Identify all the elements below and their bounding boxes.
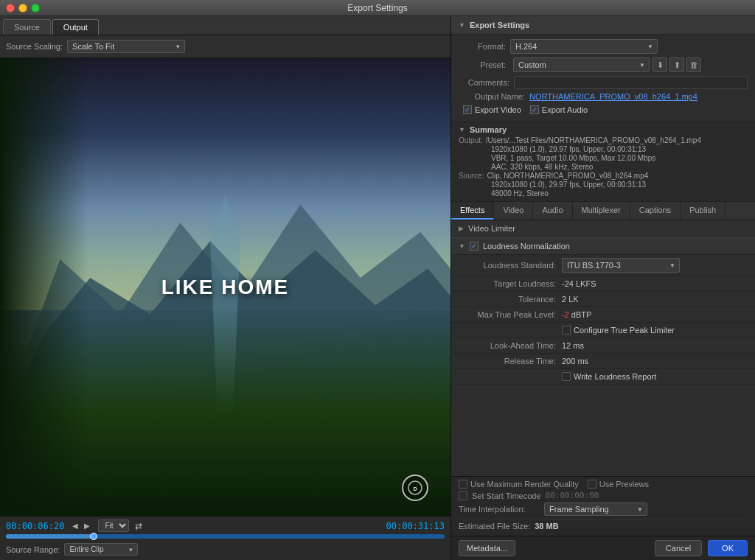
minimize-button[interactable] [18, 4, 27, 13]
format-select[interactable]: H.264 [510, 39, 658, 54]
target-loudness-value: -24 LKFS [562, 279, 596, 288]
summary-toggle[interactable]: ▼ [459, 126, 465, 133]
source-scaling-row: Source Scaling: Scale To Fit [0, 35, 450, 58]
max-peak-value: -2 [562, 310, 569, 319]
next-frame-button[interactable]: ▶ [82, 521, 92, 531]
output-name-row: Output Name: NORTHAMERICA_PROMO_v08_h264… [459, 92, 748, 101]
export-settings-title: Export Settings [470, 21, 529, 29]
close-button[interactable] [6, 4, 15, 13]
loudness-standard-select[interactable]: ITU BS.1770-3 [562, 258, 680, 273]
delete-preset-button[interactable]: 🗑 [686, 57, 701, 72]
maximize-button[interactable] [31, 4, 40, 13]
video-preview: LIKE HOME D [0, 58, 450, 516]
look-ahead-row: Look-Ahead Time: 12 ms [451, 338, 755, 354]
title-bar: Export Settings [0, 0, 755, 16]
output-name-label: Output Name: [463, 92, 529, 101]
tab-source[interactable]: Source [3, 19, 51, 35]
max-render-checkbox[interactable] [459, 480, 467, 489]
cancel-button[interactable]: Cancel [655, 540, 702, 556]
output-name-link[interactable]: NORTHAMERICA_PROMO_v08_h264_1.mp4 [529, 92, 697, 101]
use-previews-label: Use Previews [599, 480, 649, 489]
save-preset-button[interactable]: ⬇ [653, 57, 667, 72]
video-limiter-header[interactable]: ▶ Video Limiter [451, 220, 755, 237]
tab-audio[interactable]: Audio [533, 202, 572, 220]
summary-source-detail1-val: 1920x1080 (1.0), 29.97 fps, Upper, 00:00… [459, 181, 646, 189]
loudness-title: Loudness Normalization [483, 242, 570, 251]
comments-input[interactable] [514, 76, 748, 89]
video-limiter-toggle[interactable]: ▶ [459, 225, 464, 232]
export-audio-check[interactable]: ✓ Export Audio [530, 105, 588, 114]
fit-select-wrapper[interactable]: Fit [98, 519, 129, 532]
export-preset-button[interactable]: ⬆ [669, 57, 684, 72]
effects-content: ▶ Video Limiter ▼ ✓ Loudness Normalizati… [451, 220, 755, 476]
loudness-header[interactable]: ▼ ✓ Loudness Normalization [451, 237, 755, 255]
configure-peak-checkbox[interactable] [562, 326, 571, 335]
max-peak-row: Max True Peak Level: -2 dBTP [451, 307, 755, 323]
release-time-value: 200 ms [562, 357, 588, 365]
tolerance-label: Tolerance: [459, 295, 562, 304]
scaling-select-wrapper[interactable]: Scale To Fit [67, 40, 185, 53]
tree-left [0, 58, 88, 516]
summary-output-detail2-val: VBR, 1 pass, Target 10.00 Mbps, Max 12.0… [459, 154, 655, 162]
prev-frame-button[interactable]: ◀ [70, 521, 80, 531]
start-timecode-value: 00:00:00:00 [546, 491, 599, 500]
export-audio-checkbox[interactable]: ✓ [530, 105, 539, 114]
tab-multiplexer[interactable]: Multiplexer [573, 202, 630, 220]
write-report-checkbox[interactable] [562, 372, 571, 381]
comments-row: Comments: [459, 76, 748, 89]
loudness-checkbox[interactable]: ✓ [470, 242, 479, 251]
max-render-check-item[interactable]: Use Maximum Render Quality [459, 480, 579, 489]
export-video-label: Export Video [475, 105, 521, 114]
preset-select[interactable]: Custom [513, 57, 650, 72]
export-video-checkbox[interactable]: ✓ [463, 105, 472, 114]
left-panel: Source Output Source Scaling: Scale To F… [0, 16, 451, 560]
summary-source-row: Source: Clip, NORTHAMERICA_PROMO_v08_h26… [459, 172, 748, 180]
configure-peak-check-wrap[interactable]: Configure True Peak Limiter [562, 326, 675, 335]
source-range-select[interactable]: Entire Clip [64, 543, 138, 556]
write-report-check-wrap[interactable]: Write Loudness Report [562, 372, 656, 381]
tab-effects[interactable]: Effects [451, 202, 494, 220]
window-controls[interactable] [6, 4, 40, 13]
export-settings-header: ▼ Export Settings [451, 16, 755, 35]
tab-captions[interactable]: Captions [630, 202, 681, 220]
format-row: Format: H.264 [459, 39, 748, 54]
source-range-label: Source Range: [6, 545, 60, 554]
format-select-wrapper[interactable]: H.264 [510, 39, 658, 54]
loudness-standard-select-wrapper[interactable]: ITU BS.1770-3 [562, 258, 680, 273]
comments-label: Comments: [459, 78, 514, 87]
start-timecode-row: Set Start Timecode 00:00:00:00 [459, 491, 748, 500]
interpolation-select-wrapper[interactable]: Frame Sampling [544, 503, 647, 516]
loudness-standard-row: Loudness Standard: ITU BS.1770-3 [451, 255, 755, 276]
timeline-thumb[interactable] [90, 533, 97, 540]
video-overlay-text: LIKE HOME [161, 276, 290, 299]
export-video-check[interactable]: ✓ Export Video [463, 105, 521, 114]
left-tabs: Source Output [0, 16, 450, 35]
right-panel: ▼ Export Settings Format: H.264 Preset: … [451, 16, 755, 560]
preset-select-wrapper[interactable]: Custom [513, 57, 650, 72]
tab-output[interactable]: Output [52, 19, 99, 35]
export-checks-row: ✓ Export Video ✓ Export Audio [459, 104, 748, 116]
format-label: Format: [459, 42, 510, 51]
use-previews-checkbox[interactable] [588, 480, 596, 489]
scaling-select[interactable]: Scale To Fit [67, 40, 185, 53]
use-previews-check-item[interactable]: Use Previews [588, 480, 649, 489]
summary-title: Summary [470, 125, 507, 134]
timeline-scrubber[interactable] [6, 534, 445, 539]
playback-arrows[interactable]: ◀ ▶ [70, 521, 92, 531]
tab-publish[interactable]: Publish [681, 202, 726, 220]
metadata-button[interactable]: Metadata... [459, 540, 515, 556]
export-settings-toggle[interactable]: ▼ [459, 21, 465, 29]
current-timecode: 00:00:06:20 [6, 521, 64, 531]
start-timecode-checkbox[interactable] [459, 491, 467, 500]
preset-row: Preset: Custom ⬇ ⬆ 🗑 [459, 57, 748, 72]
loudness-toggle[interactable]: ▼ [459, 242, 465, 250]
source-scaling-label: Source Scaling: [6, 42, 63, 51]
ok-button[interactable]: OK [708, 540, 748, 556]
fit-select[interactable]: Fit [98, 519, 129, 532]
interpolation-select[interactable]: Frame Sampling [544, 503, 647, 516]
loop-icon[interactable]: ⇄ [135, 521, 142, 531]
end-timecode: 00:00:31:13 [386, 521, 445, 531]
max-peak-unit: dBTP [571, 310, 592, 319]
source-range-select-wrapper[interactable]: Entire Clip [64, 543, 138, 556]
tab-video[interactable]: Video [494, 202, 533, 220]
